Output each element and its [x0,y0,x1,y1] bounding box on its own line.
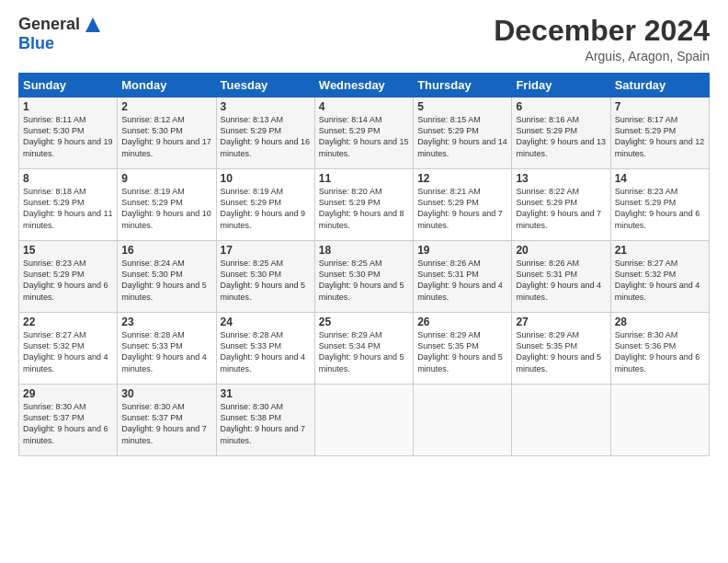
day-number: 15 [23,244,113,257]
day-number: 1 [23,100,113,113]
day-cell: 15Sunrise: 8:23 AMSunset: 5:29 PMDayligh… [19,241,118,313]
week-row: 8Sunrise: 8:18 AMSunset: 5:29 PMDaylight… [19,169,710,241]
day-cell: 29Sunrise: 8:30 AMSunset: 5:37 PMDayligh… [19,385,118,456]
week-row: 15Sunrise: 8:23 AMSunset: 5:29 PMDayligh… [19,241,710,313]
day-cell: 11Sunrise: 8:20 AMSunset: 5:29 PMDayligh… [314,169,413,241]
day-cell [414,385,512,456]
day-info: Sunrise: 8:15 AMSunset: 5:29 PMDaylight:… [417,114,507,159]
day-number: 9 [121,172,211,185]
day-info: Sunrise: 8:27 AMSunset: 5:32 PMDaylight:… [615,258,705,303]
day-info: Sunrise: 8:22 AMSunset: 5:29 PMDaylight:… [516,186,606,231]
day-cell: 5Sunrise: 8:15 AMSunset: 5:29 PMDaylight… [414,98,512,169]
day-cell: 7Sunrise: 8:17 AMSunset: 5:29 PMDaylight… [610,98,709,169]
logo: General [18,15,102,34]
day-info: Sunrise: 8:14 AMSunset: 5:29 PMDaylight:… [319,114,409,159]
week-row: 22Sunrise: 8:27 AMSunset: 5:32 PMDayligh… [19,313,710,385]
month-title: December 2024 [494,15,710,47]
day-info: Sunrise: 8:21 AMSunset: 5:29 PMDaylight:… [417,186,507,231]
day-cell: 20Sunrise: 8:26 AMSunset: 5:31 PMDayligh… [512,241,610,313]
day-cell: 17Sunrise: 8:25 AMSunset: 5:30 PMDayligh… [216,241,314,313]
day-number: 14 [615,172,705,185]
day-number: 29 [23,387,113,400]
day-info: Sunrise: 8:29 AMSunset: 5:35 PMDaylight:… [516,329,606,374]
calendar-table: SundayMondayTuesdayWednesdayThursdayFrid… [18,73,710,456]
day-info: Sunrise: 8:23 AMSunset: 5:29 PMDaylight:… [23,258,113,303]
day-cell: 4Sunrise: 8:14 AMSunset: 5:29 PMDaylight… [314,98,413,169]
logo-general: General [18,15,80,34]
day-cell: 1Sunrise: 8:11 AMSunset: 5:30 PMDaylight… [19,98,118,169]
day-cell: 2Sunrise: 8:12 AMSunset: 5:30 PMDaylight… [118,98,216,169]
day-number: 19 [417,244,507,257]
day-number: 24 [221,316,311,328]
day-number: 26 [417,316,507,328]
title-area: December 2024 Arguis, Aragon, Spain [494,15,710,63]
col-header-sunday: Sunday [19,74,118,98]
day-number: 8 [23,172,113,185]
day-number: 5 [417,100,507,113]
day-cell: 18Sunrise: 8:25 AMSunset: 5:30 PMDayligh… [314,241,413,313]
day-info: Sunrise: 8:29 AMSunset: 5:35 PMDaylight:… [417,329,507,374]
col-header-tuesday: Tuesday [216,74,314,98]
day-info: Sunrise: 8:20 AMSunset: 5:29 PMDaylight:… [319,186,409,231]
day-cell: 28Sunrise: 8:30 AMSunset: 5:36 PMDayligh… [610,313,709,385]
day-info: Sunrise: 8:19 AMSunset: 5:29 PMDaylight:… [121,186,211,231]
day-cell: 25Sunrise: 8:29 AMSunset: 5:34 PMDayligh… [314,313,413,385]
day-cell: 10Sunrise: 8:19 AMSunset: 5:29 PMDayligh… [216,169,314,241]
col-header-saturday: Saturday [610,74,709,98]
day-number: 23 [121,316,211,328]
day-cell: 19Sunrise: 8:26 AMSunset: 5:31 PMDayligh… [414,241,512,313]
day-number: 10 [221,172,311,185]
day-number: 20 [516,244,606,257]
day-info: Sunrise: 8:29 AMSunset: 5:34 PMDaylight:… [319,329,409,374]
day-cell [610,385,709,456]
day-cell: 21Sunrise: 8:27 AMSunset: 5:32 PMDayligh… [610,241,709,313]
day-cell: 27Sunrise: 8:29 AMSunset: 5:35 PMDayligh… [512,313,610,385]
day-cell: 3Sunrise: 8:13 AMSunset: 5:29 PMDaylight… [216,98,314,169]
header-row: SundayMondayTuesdayWednesdayThursdayFrid… [19,74,710,98]
day-cell: 24Sunrise: 8:28 AMSunset: 5:33 PMDayligh… [216,313,314,385]
day-number: 6 [516,100,606,113]
logo-area: General Blue [18,15,102,53]
day-cell: 8Sunrise: 8:18 AMSunset: 5:29 PMDaylight… [19,169,118,241]
day-info: Sunrise: 8:30 AMSunset: 5:38 PMDaylight:… [221,401,311,446]
day-cell: 30Sunrise: 8:30 AMSunset: 5:37 PMDayligh… [118,385,216,456]
day-number: 21 [615,244,705,257]
day-number: 30 [121,387,211,400]
day-info: Sunrise: 8:17 AMSunset: 5:29 PMDaylight:… [615,114,705,159]
day-cell: 9Sunrise: 8:19 AMSunset: 5:29 PMDaylight… [118,169,216,241]
svg-marker-0 [85,17,100,32]
day-cell: 16Sunrise: 8:24 AMSunset: 5:30 PMDayligh… [118,241,216,313]
day-cell: 13Sunrise: 8:22 AMSunset: 5:29 PMDayligh… [512,169,610,241]
day-number: 27 [516,316,606,328]
logo-blue: Blue [18,34,54,53]
day-cell: 12Sunrise: 8:21 AMSunset: 5:29 PMDayligh… [414,169,512,241]
day-info: Sunrise: 8:28 AMSunset: 5:33 PMDaylight:… [121,329,211,374]
day-number: 3 [221,100,311,113]
day-info: Sunrise: 8:26 AMSunset: 5:31 PMDaylight:… [417,258,507,303]
header: General Blue December 2024 Arguis, Arago… [18,15,710,63]
day-number: 22 [23,316,113,328]
col-header-monday: Monday [118,74,216,98]
day-info: Sunrise: 8:26 AMSunset: 5:31 PMDaylight:… [516,258,606,303]
day-info: Sunrise: 8:12 AMSunset: 5:30 PMDaylight:… [121,114,211,159]
day-info: Sunrise: 8:16 AMSunset: 5:29 PMDaylight:… [516,114,606,159]
day-cell [512,385,610,456]
day-cell: 23Sunrise: 8:28 AMSunset: 5:33 PMDayligh… [118,313,216,385]
col-header-thursday: Thursday [414,74,512,98]
day-info: Sunrise: 8:24 AMSunset: 5:30 PMDaylight:… [121,258,211,303]
week-row: 29Sunrise: 8:30 AMSunset: 5:37 PMDayligh… [19,385,710,456]
day-cell: 14Sunrise: 8:23 AMSunset: 5:29 PMDayligh… [610,169,709,241]
day-info: Sunrise: 8:25 AMSunset: 5:30 PMDaylight:… [319,258,409,303]
day-info: Sunrise: 8:27 AMSunset: 5:32 PMDaylight:… [23,329,113,374]
day-info: Sunrise: 8:30 AMSunset: 5:37 PMDaylight:… [23,401,113,446]
week-row: 1Sunrise: 8:11 AMSunset: 5:30 PMDaylight… [19,98,710,169]
location: Arguis, Aragon, Spain [494,49,710,63]
day-cell: 26Sunrise: 8:29 AMSunset: 5:35 PMDayligh… [414,313,512,385]
day-number: 12 [417,172,507,185]
day-number: 4 [319,100,409,113]
day-info: Sunrise: 8:23 AMSunset: 5:29 PMDaylight:… [615,186,705,231]
day-info: Sunrise: 8:30 AMSunset: 5:36 PMDaylight:… [615,329,705,374]
day-number: 18 [319,244,409,257]
day-info: Sunrise: 8:11 AMSunset: 5:30 PMDaylight:… [23,114,113,159]
day-info: Sunrise: 8:18 AMSunset: 5:29 PMDaylight:… [23,186,113,231]
